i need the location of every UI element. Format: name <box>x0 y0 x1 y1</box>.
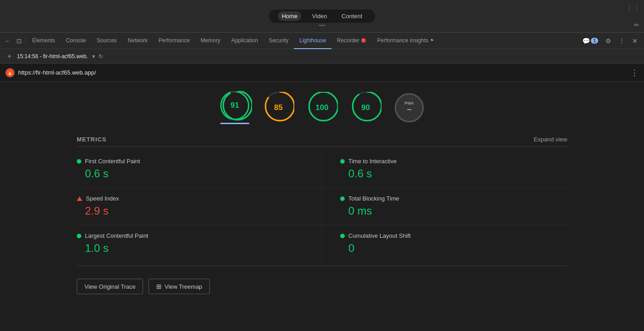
view-original-trace-button[interactable]: View Original Trace <box>77 279 143 294</box>
devtools-right-icons: 💬 1 ⚙ ⋮ ✕ <box>580 35 642 46</box>
active-score-indicator <box>220 123 249 124</box>
fcp-value: 0.6 s <box>77 167 303 180</box>
metric-tbt: Total Blocking Time 0 ms <box>322 188 567 225</box>
more-options-icon[interactable]: ⋮ <box>616 35 628 46</box>
tbt-value: 0 ms <box>340 205 567 217</box>
metrics-grid: First Contentful Paint 0.6 s Time to Int… <box>77 150 567 262</box>
settings-icon[interactable]: ⚙ <box>603 35 614 46</box>
tab-application[interactable]: Application <box>226 33 263 49</box>
lcp-label: Largest Contentful Paint <box>85 232 148 239</box>
add-session-button[interactable]: + <box>5 52 13 60</box>
tab-performance-insights[interactable]: Performance insights ⚑ <box>372 33 439 49</box>
tab-console[interactable]: Console <box>60 33 91 49</box>
close-icon[interactable]: ✕ <box>629 35 640 46</box>
cls-value: 0 <box>340 242 567 255</box>
tab-performance[interactable]: Performance <box>153 33 195 49</box>
refresh-icon[interactable]: ↻ <box>99 53 103 60</box>
metric-si: Speed Index 2.9 s <box>77 188 322 225</box>
session-name: 15:14:56 - fir-html-acf65.web. <box>17 53 88 60</box>
expand-view-button[interactable]: Expand view <box>534 136 567 143</box>
tti-label: Time to Interactive <box>348 158 396 165</box>
score-best-practices[interactable]: 100 <box>307 93 337 122</box>
metrics-bottom-divider <box>77 266 567 266</box>
tab-memory[interactable]: Memory <box>195 33 226 49</box>
scores-row: 91 85 100 <box>0 82 644 129</box>
nav-video[interactable]: Video <box>308 11 331 21</box>
tbt-indicator <box>340 196 345 201</box>
bottom-buttons-row: View Original Trace ⊞ View Treemap <box>50 270 594 303</box>
tab-security[interactable]: Security <box>263 33 294 49</box>
si-indicator <box>77 196 82 201</box>
session-bar: + 15:14:56 - fir-html-acf65.web. ▾ ↻ <box>0 49 644 64</box>
tab-lighthouse[interactable]: Lighthouse <box>294 33 332 49</box>
browser-preview: Home Video Content ⋮⋮ ✏ ━━ <box>0 0 644 33</box>
score-performance[interactable]: 91 <box>220 91 249 124</box>
metrics-top-divider <box>77 146 567 147</box>
navigate-back-icon[interactable]: ← <box>2 35 14 46</box>
tab-sources[interactable]: Sources <box>91 33 122 49</box>
metric-tti: Time to Interactive 0.6 s <box>322 150 567 188</box>
toggle-device-icon[interactable]: ⊡ <box>14 35 25 46</box>
metrics-section: METRICS Expand view First Contentful Pai… <box>50 129 594 266</box>
tti-indicator <box>340 159 345 164</box>
session-dropdown-icon[interactable]: ▾ <box>92 53 95 60</box>
metrics-title: METRICS <box>77 136 107 143</box>
view-treemap-button[interactable]: ⊞ View Treemap <box>149 279 210 294</box>
url-text: https://fir-html-acf65.web.app/ <box>18 69 627 76</box>
edit-icon[interactable]: ✏ <box>634 21 639 29</box>
browser-nav: Home Video Content <box>269 10 375 23</box>
metric-cls: Cumulative Layout Shift 0 <box>322 225 567 262</box>
fcp-indicator <box>77 159 81 164</box>
si-label: Speed Index <box>86 195 119 202</box>
treemap-icon: ⊞ <box>156 283 162 290</box>
chat-icon[interactable]: 💬 1 <box>580 35 601 46</box>
cls-label: Cumulative Layout Shift <box>348 232 411 239</box>
tab-elements[interactable]: Elements <box>27 33 60 49</box>
devtools-tabs-bar: ← ⊡ Elements Console Sources Network Per… <box>0 33 644 49</box>
url-more-icon[interactable]: ⋮ <box>630 68 639 78</box>
tab-recorder[interactable]: Recorder 🔴 <box>332 33 372 49</box>
metrics-header: METRICS Expand view <box>77 129 567 146</box>
lcp-value: 1.0 s <box>77 242 303 255</box>
fcp-label: First Contentful Paint <box>85 158 140 165</box>
drag-handle-icon: ━━ <box>319 22 325 29</box>
trace-label: View Original Trace <box>84 283 135 290</box>
resize-handle-icon[interactable]: ⋮⋮ <box>626 4 640 12</box>
nav-home[interactable]: Home <box>278 11 301 21</box>
lighthouse-main-content: 91 85 100 <box>0 82 644 331</box>
nav-content[interactable]: Content <box>338 11 366 21</box>
score-pwa[interactable]: PWA − <box>395 93 424 122</box>
tab-network[interactable]: Network <box>122 33 153 49</box>
site-favicon: 🔥 <box>5 68 15 77</box>
tti-value: 0.6 s <box>340 167 567 180</box>
si-value: 2.9 s <box>77 205 303 217</box>
score-seo[interactable]: 90 <box>351 93 380 122</box>
tbt-label: Total Blocking Time <box>348 195 399 202</box>
lcp-indicator <box>77 234 81 238</box>
tab-divider <box>25 36 26 45</box>
metric-lcp: Largest Contentful Paint 1.0 s <box>77 225 322 262</box>
score-accessibility[interactable]: 85 <box>264 93 293 122</box>
cls-indicator <box>340 234 345 238</box>
metric-fcp: First Contentful Paint 0.6 s <box>77 150 322 188</box>
treemap-label: View Treemap <box>164 283 202 290</box>
url-bar: 🔥 https://fir-html-acf65.web.app/ ⋮ <box>0 64 644 82</box>
